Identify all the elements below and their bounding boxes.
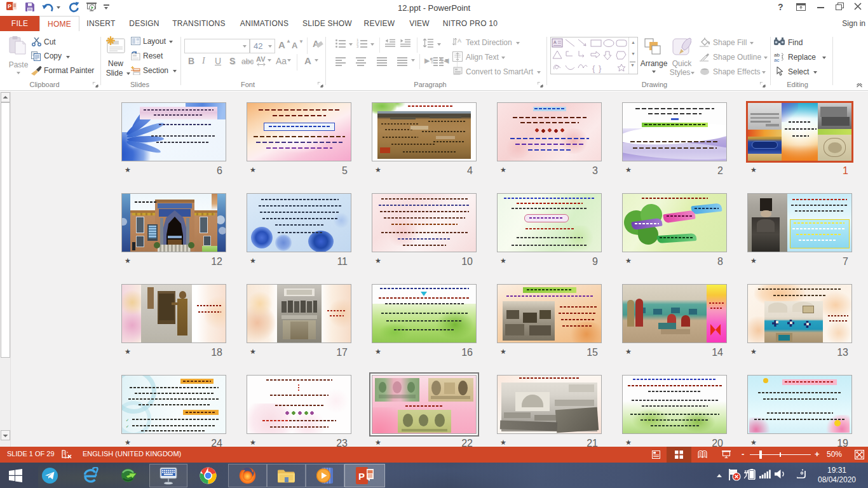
svg-text:A: A bbox=[458, 37, 461, 44]
svg-text:P: P bbox=[358, 471, 365, 482]
svg-text:A: A bbox=[553, 40, 557, 44]
svg-text:{: { bbox=[592, 64, 595, 73]
svg-text:}: } bbox=[599, 64, 602, 73]
svg-text:ac: ac bbox=[774, 57, 779, 62]
